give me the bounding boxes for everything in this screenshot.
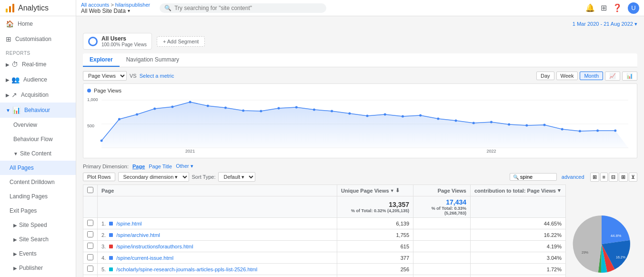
row-4-page-link[interactable]: /spine/current-issue.html <box>116 255 173 261</box>
svg-text:2022: 2022 <box>486 149 496 153</box>
sidebar-item-site-speed[interactable]: ▶ Site Speed <box>0 218 76 232</box>
row-5-checkbox[interactable] <box>87 266 93 272</box>
row-1-checkbox[interactable] <box>87 220 93 226</box>
sidebar-item-site-search-label: Site Search <box>19 236 49 243</box>
tab-navigation-summary[interactable]: Navigation Summary <box>120 53 186 67</box>
behaviour-icon: 📊 <box>12 106 20 114</box>
add-segment-button[interactable]: + Add Segment <box>157 36 205 47</box>
row-5-page-link[interactable]: /scholarly/spine-research-journals-artic… <box>116 267 257 272</box>
sidebar-item-site-search[interactable]: ▶ Site Search <box>0 232 76 246</box>
month-button[interactable]: Month <box>580 72 603 80</box>
sidebar-item-landing-pages[interactable]: Landing Pages <box>0 189 76 204</box>
help-icon[interactable]: ❓ <box>613 3 622 12</box>
sidebar: Analytics 🏠 Home ⊞ Customisation REPORTS… <box>0 0 76 277</box>
row-5-contrib: 1.72% <box>471 264 566 275</box>
sidebar-header: Analytics <box>0 0 76 16</box>
th-unique-page-views[interactable]: Unique Page Views ▼ ⬇ <box>337 185 413 196</box>
grid-view-button[interactable]: ⊞ <box>590 173 599 182</box>
day-button[interactable]: Day <box>536 72 554 80</box>
select-all-checkbox[interactable] <box>87 187 93 193</box>
contribution-dropdown-icon: ▾ <box>558 187 561 194</box>
breadcrumb-publisher[interactable]: hilarispublisher <box>115 2 150 8</box>
sidebar-item-acquisition[interactable]: ▶ ↗ Acquisition <box>0 87 76 103</box>
dimension-page-title-link[interactable]: Page Title <box>149 164 172 169</box>
svg-text:44.8%: 44.8% <box>611 234 622 238</box>
breadcrumb: All accounts > hilarispublisher <box>81 2 150 8</box>
dimension-other-link[interactable]: Other ▾ <box>176 163 193 169</box>
row-1-color <box>109 222 113 226</box>
add-segment-label: + Add Segment <box>163 39 199 44</box>
filter-search-input[interactable] <box>520 174 553 180</box>
row-3-checkbox[interactable] <box>87 243 93 249</box>
row-2-views <box>413 229 471 241</box>
sidebar-item-overview-label: Overview <box>13 122 37 128</box>
sidebar-item-behaviour[interactable]: ▼ 📊 Behaviour <box>0 103 76 118</box>
row-2-page-link[interactable]: /spine/archive.html <box>116 232 160 238</box>
th-page-views: Page Views <box>413 185 471 196</box>
topbar-search-input[interactable] <box>174 5 322 11</box>
sidebar-item-content-drilldown[interactable]: Content Drilldown <box>0 175 76 189</box>
funnel-view-button[interactable]: ⊻ <box>629 173 637 182</box>
search-filter-box: 🔍 <box>510 173 557 181</box>
list-view-button[interactable]: ≡ <box>600 173 608 182</box>
secondary-dimension-select[interactable]: Secondary dimension ▾ <box>118 172 189 182</box>
tab-navigation-summary-label: Navigation Summary <box>126 56 179 63</box>
primary-dimension-label: Primary Dimension: <box>83 164 129 169</box>
sidebar-item-audience[interactable]: ▶ 👥 Audience <box>0 72 76 87</box>
sidebar-item-behaviour-flow-label: Behaviour Flow <box>13 136 53 143</box>
pivot-view-button[interactable]: ⊞ <box>619 173 628 182</box>
grid-icon[interactable]: ⊞ <box>601 3 607 12</box>
contribution-header-label: contribution to total: Page Views <box>474 188 556 194</box>
sort-select[interactable]: Default ▾ <box>218 172 255 182</box>
metric-select[interactable]: Page Views <box>83 71 127 81</box>
row-3-page-link[interactable]: /spine/instructionsforauthors.html <box>116 244 193 249</box>
notification-icon[interactable]: 🔔 <box>585 3 595 12</box>
tab-explorer[interactable]: Explorer <box>83 53 120 67</box>
advanced-link[interactable]: advanced <box>562 174 584 180</box>
sidebar-item-publisher[interactable]: ▶ Publisher <box>0 261 76 275</box>
th-contribution[interactable]: contribution to total: Page Views ▾ <box>471 185 566 196</box>
user-icon[interactable]: U <box>628 2 639 14</box>
row-4-views <box>413 252 471 264</box>
svg-point-33 <box>525 124 528 127</box>
sidebar-item-overview[interactable]: Overview <box>0 118 76 132</box>
select-metric-link[interactable]: Select a metric <box>140 73 174 79</box>
sidebar-item-behaviour-flow[interactable]: Behaviour Flow <box>0 132 76 146</box>
sidebar-item-all-pages[interactable]: All Pages <box>0 161 76 175</box>
compare-view-button[interactable]: ⊟ <box>609 173 618 182</box>
row-4-checkbox[interactable] <box>87 254 93 260</box>
date-range[interactable]: 1 Mar 2020 - 21 Aug 2022 ▾ <box>573 21 637 27</box>
dimension-page-link[interactable]: Page <box>132 164 145 169</box>
chart-svg: 1,000 500 <box>87 95 633 153</box>
sidebar-item-experiments[interactable]: Experiments <box>0 275 76 277</box>
sidebar-item-realtime[interactable]: ▶ ⏱ Real-time <box>0 57 76 72</box>
row-1-views <box>413 218 471 229</box>
sidebar-item-home[interactable]: 🏠 Home <box>0 16 76 31</box>
property-selector[interactable]: All Web Site Data ▾ <box>81 8 147 14</box>
svg-point-21 <box>313 109 315 111</box>
sidebar-item-publisher-label: Publisher <box>19 265 43 271</box>
expand-realtime-icon: ▶ <box>6 62 10 67</box>
legend-label: Page Views <box>94 88 121 93</box>
topbar: All accounts > hilarispublisher All Web … <box>76 0 644 16</box>
plot-rows-button[interactable]: Plot Rows <box>83 173 115 181</box>
sidebar-item-content-drilldown-label: Content Drilldown <box>10 179 55 185</box>
sidebar-item-site-content[interactable]: ▼ Site Content <box>0 146 76 161</box>
sidebar-item-customisation[interactable]: ⊞ Customisation <box>0 31 76 47</box>
segment-row: All Users 100.00% Page Views + Add Segme… <box>83 33 637 50</box>
property-name: All Web Site Data <box>81 8 126 14</box>
sidebar-item-realtime-label: Real-time <box>22 61 46 68</box>
sidebar-item-events[interactable]: ▶ Events <box>0 246 76 261</box>
week-button[interactable]: Week <box>556 72 578 80</box>
row-1-page-link[interactable]: /spine.html <box>116 221 141 226</box>
bar-chart-button[interactable]: 📊 <box>622 72 637 81</box>
sidebar-item-acquisition-label: Acquisition <box>21 92 49 98</box>
svg-point-24 <box>366 115 369 117</box>
th-checkbox <box>83 185 98 196</box>
svg-point-17 <box>242 110 244 112</box>
vs-label: VS <box>130 73 137 79</box>
breadcrumb-all-accounts[interactable]: All accounts <box>81 2 109 8</box>
sidebar-item-exit-pages[interactable]: Exit Pages <box>0 204 76 218</box>
row-2-checkbox[interactable] <box>87 231 93 237</box>
line-chart-button[interactable]: 📈 <box>605 72 620 81</box>
